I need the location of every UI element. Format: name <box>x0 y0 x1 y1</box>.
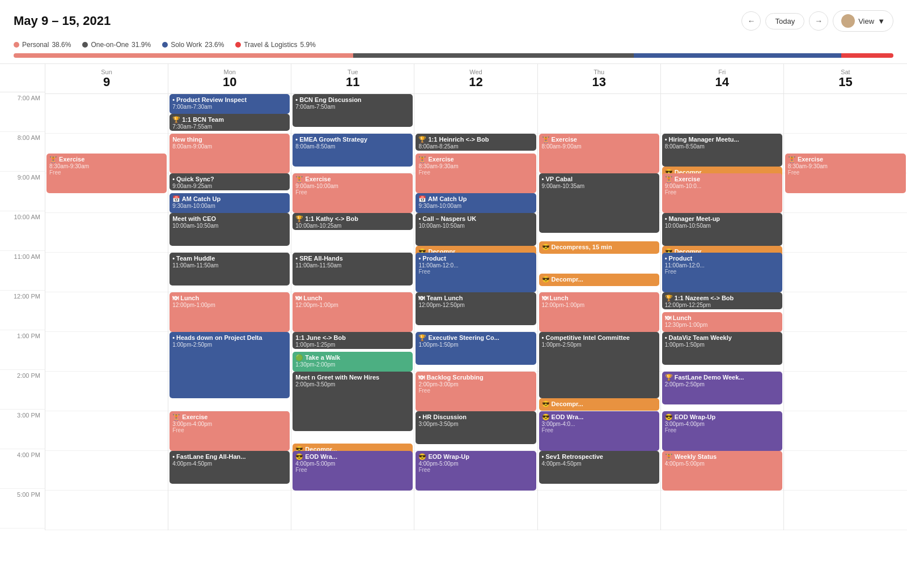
event-thu-eod[interactable]: 😎 EOD Wra... 3:00pm-4:0... Free <box>539 411 659 451</box>
event-fri-manager-meetup[interactable]: • Manager Meet-up 10:00am-10:50am <box>662 213 782 246</box>
progress-bar <box>14 53 893 58</box>
event-mon-exercise[interactable]: 🏋 Exercise 3:00pm-4:00pm Free <box>169 411 290 451</box>
day-header-tue: Tue 11 <box>291 64 414 94</box>
event-fri-exercise[interactable]: 🏋 Exercise 9:00am-10:0... Free <box>662 173 782 213</box>
solo-work-dot <box>162 42 168 48</box>
time-1200: 12:00 PM <box>0 291 45 330</box>
time-800: 8:00 AM <box>0 132 45 172</box>
time-500: 5:00 PM <box>0 489 45 529</box>
event-fri-lunch[interactable]: 🍽 Lunch 12:30pm-1:00pm <box>662 312 782 332</box>
avatar <box>841 14 855 28</box>
event-mon-quick-sync[interactable]: • Quick Sync? 9:00am-9:25am <box>169 173 290 190</box>
event-tue-meet-greet[interactable]: Meet n Greet with New Hires 2:00pm-3:50p… <box>293 372 413 431</box>
event-tue-lunch[interactable]: 🍽 Lunch 12:00pm-1:00pm <box>293 292 413 332</box>
event-mon-fastlane-eng[interactable]: • FastLane Eng All-Han... 4:00pm-4:50pm <box>169 451 290 484</box>
view-button[interactable]: View ▼ <box>833 10 893 32</box>
time-900: 9:00 AM <box>0 172 45 211</box>
event-thu-competitive-intel[interactable]: • Competitive Intel Committee 1:00pm-2:5… <box>539 332 659 398</box>
event-mon-new-thing[interactable]: New thing 8:00am-9:00am <box>169 134 290 173</box>
event-thu-decompress2[interactable]: 😎 Decompr... <box>539 274 659 286</box>
event-fri-fastlane-demo[interactable]: 🏆 FastLane Demo Week... 2:00pm-2:50pm <box>662 372 782 404</box>
legend-personal: Personal 38.6% <box>14 41 71 49</box>
event-fri-product[interactable]: • Product 11:00am-12:0... Free <box>662 253 782 292</box>
event-wed-heinrich[interactable]: 🏆 1:1 Heinrich <-> Bob 8:00am-8:25am <box>416 134 536 151</box>
today-button[interactable]: Today <box>765 13 804 29</box>
event-thu-lunch[interactable]: 🍽 Lunch 12:00pm-1:00pm <box>539 292 659 332</box>
day-col-sat: Sat 15 🏋 Exercise 8:30am-9:30am <box>784 64 907 530</box>
legend-one-on-one: One-on-One 31.9% <box>82 41 151 49</box>
event-wed-exec-steering[interactable]: 🏆 Executive Steering Co... 1:00pm-1:50pm <box>416 332 536 365</box>
event-mon-product-review[interactable]: • Product Review Inspect 7:00am-7:30am <box>169 94 290 114</box>
event-tue-sre[interactable]: • SRE All-Hands 11:00am-11:50am <box>293 253 413 286</box>
day-header-mon: Mon 10 <box>168 64 291 94</box>
event-mon-bcn-team[interactable]: 🏆 1:1 BCN Team 7:30am-7:55am <box>169 114 290 131</box>
sat-events: 🏋 Exercise 8:30am-9:30am Free <box>784 94 907 530</box>
event-fri-hiring[interactable]: • Hiring Manager Meetu... 8:00am-8:50am <box>662 134 782 167</box>
day-col-fri: Fri 14 • Hiring Manager Meetu... 8:00am-… <box>661 64 784 530</box>
day-col-mon: Mon 10 • Product Review Inspect 7:00am-7… <box>168 64 291 530</box>
time-300: 3:00 PM <box>0 410 45 449</box>
mon-events: • Product Review Inspect 7:00am-7:30am 🏆… <box>168 94 291 530</box>
sun-events: 🏋 Exercise 8:30am-9:30am Free <box>45 94 168 530</box>
fri-events: • Hiring Manager Meetu... 8:00am-8:50am … <box>661 94 783 530</box>
tue-events: • BCN Eng Discussion 7:00am-7:50am • EME… <box>291 94 414 530</box>
event-tue-emea[interactable]: • EMEA Growth Strategy 8:00am-8:50am <box>293 134 413 167</box>
event-wed-naspers[interactable]: • Call – Naspers UK 10:00am-10:50am <box>416 213 536 246</box>
time-100: 1:00 PM <box>0 330 45 370</box>
event-sun-exercise[interactable]: 🏋 Exercise 8:30am-9:30am Free <box>46 154 167 193</box>
progress-one-on-one <box>353 53 634 58</box>
day-header-sun: Sun 9 <box>45 64 168 94</box>
event-mon-lunch[interactable]: 🍽 Lunch 12:00pm-1:00pm <box>169 292 290 332</box>
day-header-wed: Wed 12 <box>414 64 537 94</box>
event-wed-eod[interactable]: 😎 EOD Wrap-Up 4:00pm-5:00pm Free <box>416 451 536 491</box>
event-mon-heads-down[interactable]: • Heads down on Project Delta 1:00pm-2:5… <box>169 332 290 398</box>
event-thu-decompress1[interactable]: 😎 Decompress, 15 min <box>539 241 659 254</box>
event-wed-hr[interactable]: • HR Discussion 3:00pm-3:50pm <box>416 411 536 444</box>
next-button[interactable]: → <box>809 11 828 31</box>
days-grid: Sun 9 🏋 Exercise 8:30am-9:30am <box>45 64 907 530</box>
day-header-sat: Sat 15 <box>784 64 907 94</box>
event-tue-kathy-bob[interactable]: 🏆 1:1 Kathy <-> Bob 10:00am-10:25am <box>293 213 413 230</box>
prev-button[interactable]: ← <box>741 11 761 31</box>
event-wed-product[interactable]: • Product 11:00am-12:0... Free <box>416 253 536 292</box>
legend-solo-work: Solo Work 23.6% <box>162 41 224 49</box>
legend-travel: Travel & Logistics 5.9% <box>235 41 316 49</box>
event-tue-exercise[interactable]: 🏋 Exercise 9:00am-10:00am Free <box>293 173 413 213</box>
time-400: 4:00 PM <box>0 449 45 489</box>
event-mon-team-huddle[interactable]: • Team Huddle 11:00am-11:50am <box>169 253 290 286</box>
event-mon-meet-ceo[interactable]: Meet with CEO 10:00am-10:50am <box>169 213 290 246</box>
calendar-grid: 7:00 AM 8:00 AM 9:00 AM 10:00 AM 11:00 A… <box>0 63 907 530</box>
event-wed-team-lunch[interactable]: 🍽 Team Lunch 12:00pm-12:50pm <box>416 292 536 325</box>
event-fri-dataviz[interactable]: • DataViz Team Weekly 1:00pm-1:50pm <box>662 332 782 365</box>
event-tue-take-walk[interactable]: 🟢 Take a Walk 1:30pm-2:00pm <box>293 352 413 372</box>
event-thu-sev1[interactable]: • Sev1 Retrospective 4:00pm-4:50pm <box>539 451 659 484</box>
event-thu-exercise[interactable]: 🏋 Exercise 8:00am-9:00am <box>539 134 659 173</box>
header-controls: ← Today → View ▼ <box>741 10 893 32</box>
day-col-sun: Sun 9 🏋 Exercise 8:30am-9:30am <box>45 64 168 530</box>
personal-dot <box>14 42 19 48</box>
event-wed-exercise[interactable]: 🏋 Exercise 8:30am-9:30am Free <box>416 154 536 193</box>
event-tue-eod[interactable]: 😎 EOD Wra... 4:00pm-5:00pm Free <box>293 451 413 491</box>
day-header-thu: Thu 13 <box>538 64 660 94</box>
thu-events: 🏋 Exercise 8:00am-9:00am • VP Cabal 9:00… <box>538 94 660 530</box>
event-fri-nazeem[interactable]: 🏆 1:1 Nazeem <-> Bob 12:00pm-12:25pm <box>662 292 782 309</box>
time-1100: 11:00 AM <box>0 251 45 291</box>
time-1000: 10:00 AM <box>0 211 45 251</box>
one-on-one-dot <box>82 42 88 48</box>
event-fri-eod[interactable]: 😎 EOD Wrap-Up 3:00pm-4:00pm Free <box>662 411 782 451</box>
event-thu-decompress3[interactable]: 😎 Decompr... <box>539 398 659 411</box>
event-thu-vp-cabal[interactable]: • VP Cabal 9:00am-10:35am <box>539 173 659 233</box>
event-wed-am-catchup[interactable]: 📅 AM Catch Up 9:30am-10:00am <box>416 193 536 213</box>
event-mon-am-catchup[interactable]: 📅 AM Catch Up 9:30am-10:00am <box>169 193 290 213</box>
wed-events: 🏆 1:1 Heinrich <-> Bob 8:00am-8:25am 🏋 E… <box>414 94 537 530</box>
day-col-thu: Thu 13 🏋 Exercise 8:00am-9:00am <box>538 64 661 530</box>
event-tue-bcn-eng[interactable]: • BCN Eng Discussion 7:00am-7:50am <box>293 94 413 127</box>
date-range-title: May 9 – 15, 2021 <box>14 14 111 28</box>
event-sat-exercise[interactable]: 🏋 Exercise 8:30am-9:30am Free <box>785 154 906 193</box>
calendar-header: May 9 – 15, 2021 ← Today → View ▼ <box>0 0 907 37</box>
event-wed-backlog[interactable]: 🍽 Backlog Scrubbing 2:00pm-3:00pm Free <box>416 372 536 411</box>
event-fri-weekly-status[interactable]: 🏋 Weekly Status 4:00pm-5:00pm <box>662 451 782 491</box>
progress-personal <box>14 53 353 58</box>
chevron-down-icon: ▼ <box>878 17 885 25</box>
event-tue-june-bob[interactable]: 1:1 June <-> Bob 1:00pm-1:25pm <box>293 332 413 349</box>
